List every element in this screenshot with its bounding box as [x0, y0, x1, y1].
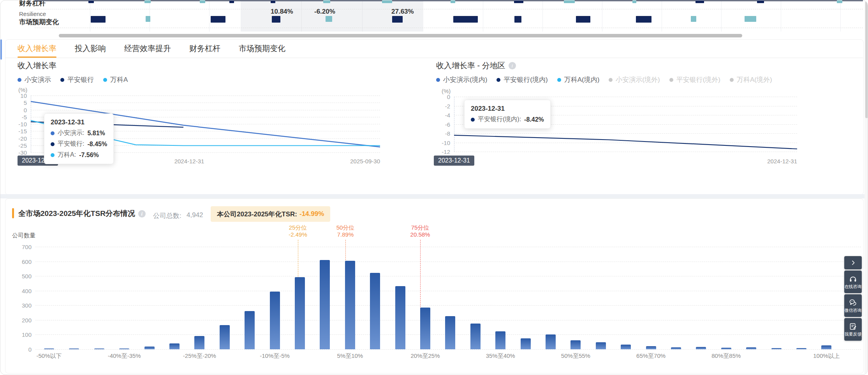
- info-icon[interactable]: [509, 62, 516, 69]
- left-chart-title: 收入增长率: [18, 60, 56, 71]
- toolbar-button-label: 微信咨询: [845, 308, 862, 313]
- percentile-value: 20.58%: [410, 231, 430, 238]
- table-column-line: [602, 0, 602, 32]
- y-axis-tick: -2: [432, 103, 450, 109]
- histogram-bar: [621, 345, 631, 349]
- histogram-bar: [119, 348, 129, 349]
- mini-bar: [691, 16, 696, 22]
- mini-bar: [200, 0, 205, 3]
- tooltip-series-value: -8.45%: [87, 141, 107, 148]
- legend-item[interactable]: 小安演示: [18, 75, 51, 84]
- right-chart-legend: 小安演示(境内)平安银行(境内)万科A(境内)小安演示(境外)平安银行(境外)万…: [436, 75, 772, 84]
- vertical-scrollbar-thumb[interactable]: [865, 1, 868, 118]
- histogram-bar: [671, 347, 681, 349]
- online-consult-button[interactable]: 在线咨询: [844, 271, 862, 293]
- percentile-value: -2.49%: [289, 231, 307, 238]
- wechat-icon: [849, 299, 857, 307]
- tab-2[interactable]: 经营效率提升: [124, 39, 171, 58]
- legend-item[interactable]: 平安银行: [60, 75, 94, 84]
- tsr-title-text: 全市场2023-2025年化TSR分布情况: [18, 209, 135, 219]
- tab-revenue-growth[interactable]: 收入增长率: [18, 39, 56, 58]
- legend-label: 万科A: [110, 75, 128, 84]
- y-axis-tick: 5: [9, 99, 27, 106]
- percentile-name: 50分位: [336, 224, 355, 232]
- tsr-section-title: 全市场2023-2025年化TSR分布情况: [18, 209, 146, 219]
- legend-label: 平安银行(境外): [676, 75, 720, 84]
- table-column-line: [90, 0, 90, 32]
- mini-bar: [91, 16, 106, 23]
- legend-dot: [497, 78, 500, 82]
- histogram-bar: [194, 336, 204, 349]
- histogram-bar: [445, 316, 455, 349]
- wechat-consult-button[interactable]: 微信咨询: [844, 294, 862, 317]
- y-axis-tick: -25: [9, 142, 27, 149]
- histogram-bar: [570, 340, 581, 349]
- histogram-bar: [696, 347, 706, 349]
- table-column-line: [209, 0, 210, 32]
- x-axis-tick-label: 35%至40%: [486, 352, 515, 360]
- legend-dot: [18, 78, 21, 82]
- table-row-separator: [35, 28, 863, 28]
- legend-item[interactable]: 平安银行(境内): [497, 75, 548, 84]
- y-axis-tick: -10: [9, 121, 27, 127]
- feedback-icon: [849, 322, 857, 331]
- tabs-bottom-border: [5, 58, 863, 58]
- left-chart-x-label-mid: 2024-12-31: [170, 158, 209, 165]
- histogram-bar: [69, 348, 79, 349]
- tooltip-series-label: 小安演示:: [58, 129, 84, 137]
- mini-bar: [837, 0, 842, 3]
- y-axis-tick: -8: [432, 130, 450, 137]
- mini-bar: [146, 16, 150, 22]
- horizontal-scrollbar-thumb[interactable]: [59, 34, 742, 37]
- y-axis-tick: 0: [14, 346, 32, 353]
- company-tsr-badge: 本公司2023-2025年化TSR: -14.99%: [211, 206, 330, 222]
- legend-item[interactable]: 万科A(境内): [557, 75, 600, 84]
- y-axis-tick: 0: [9, 106, 27, 113]
- legend-item[interactable]: 小安演示(境外): [609, 75, 660, 84]
- company-total-label: 公司总数:: [153, 211, 181, 220]
- legend-item[interactable]: 万科A(境外): [730, 75, 772, 84]
- x-axis-tick-label: 80%至85%: [711, 352, 741, 360]
- left-chart-tooltip: 2023-12-31 小安演示:5.81%平安银行:-8.45%万科A:-7.5…: [44, 113, 114, 164]
- collapse-toolbar-button[interactable]: [844, 256, 862, 269]
- histogram-bar: [746, 347, 756, 349]
- right-chart-x-label-end: 2024-12-31: [758, 158, 797, 165]
- table-column-line: [542, 0, 543, 32]
- histogram-bar: [395, 286, 405, 349]
- y-axis-tick: -4: [432, 112, 450, 119]
- info-icon[interactable]: [138, 210, 146, 218]
- y-axis-tick: 200: [14, 317, 32, 323]
- histogram-bar: [470, 324, 481, 349]
- y-axis-tick: 100: [14, 331, 32, 338]
- legend-item[interactable]: 小安演示(境内): [436, 75, 487, 84]
- mini-bar: [451, 0, 455, 3]
- tooltip-series-label: 平安银行(境内):: [478, 115, 521, 124]
- mini-bar: [211, 16, 225, 23]
- x-axis-tick-label: -40%至-35%: [108, 352, 141, 360]
- tab-1[interactable]: 投入影响: [75, 39, 106, 58]
- legend-dot: [730, 78, 734, 82]
- tooltip-rows: 小安演示:5.81%平安银行:-8.45%万科A:-7.56%: [51, 129, 107, 159]
- mini-bar: [514, 16, 521, 23]
- mini-bar: [326, 16, 332, 22]
- tab-4[interactable]: 市场预期变化: [239, 39, 285, 58]
- y-axis-tick: -12: [432, 149, 450, 155]
- y-axis-tick: 600: [14, 258, 32, 265]
- mini-bar: [392, 16, 403, 23]
- legend-item[interactable]: 平安银行(境外): [669, 75, 720, 84]
- mini-bar: [636, 16, 651, 23]
- left-chart-x-label-end: 2025-09-30: [341, 158, 380, 165]
- legend-label: 平安银行(境内): [504, 75, 548, 84]
- tooltip-series-dot: [51, 153, 55, 157]
- headset-icon: [849, 275, 857, 283]
- tab-3[interactable]: 财务杠杆: [189, 39, 220, 58]
- feedback-button[interactable]: 我要反馈: [844, 318, 862, 341]
- legend-item[interactable]: 万科A: [103, 75, 128, 84]
- right-chart-tooltip: 2023-12-31 平安银行(境内):-8.42%: [464, 100, 551, 129]
- right-chart-date-chip: 2023-12-31: [434, 156, 474, 166]
- legend-label: 小安演示: [25, 75, 51, 84]
- mini-bar: [382, 0, 392, 3]
- y-axis-tick: 400: [14, 287, 32, 294]
- y-axis-tick: -15: [9, 128, 27, 134]
- x-axis-tick-label: -50%以下: [36, 352, 62, 360]
